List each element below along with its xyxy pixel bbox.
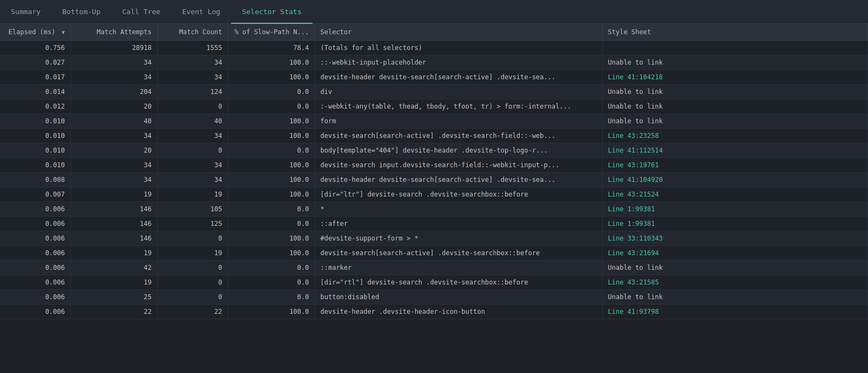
table-cell: 25 bbox=[71, 290, 157, 305]
table-cell: body[template="404"] devsite-header .dev… bbox=[315, 143, 602, 158]
col-attempts[interactable]: Match Attempts bbox=[71, 24, 157, 41]
table-cell-stylesheet[interactable]: Line 41:104218 bbox=[602, 70, 868, 85]
table-cell: 0.010 bbox=[0, 129, 71, 143]
table-cell: (Totals for all selectors) bbox=[315, 41, 602, 55]
table-cell: 0 bbox=[157, 261, 228, 275]
col-count-label: Match Count bbox=[179, 28, 222, 36]
table-cell: 0.010 bbox=[0, 158, 71, 173]
table-row[interactable]: 0.0061461050.0*Line 1:99381 bbox=[0, 202, 868, 217]
table-cell: 42 bbox=[71, 261, 157, 275]
table-row[interactable]: 0.0062500.0button:disabledUnable to link bbox=[0, 290, 868, 305]
table-cell: 146 bbox=[71, 202, 157, 217]
table-row[interactable]: 0.75628918155578.4(Totals for all select… bbox=[0, 41, 868, 55]
table-cell: devsite-header .devsite-header-icon-butt… bbox=[315, 305, 602, 319]
table-row[interactable]: 0.0103434100.0devsite-search input.devsi… bbox=[0, 158, 868, 173]
col-stylesheet-label: Style Sheet bbox=[608, 28, 651, 36]
stylesheet-link[interactable]: Line 41:104218 bbox=[608, 73, 663, 81]
table-cell-stylesheet[interactable]: Line 43:21524 bbox=[602, 187, 868, 202]
stylesheet-link[interactable]: Line 41:112514 bbox=[608, 147, 663, 154]
stylesheet-link[interactable]: Line 43:21585 bbox=[608, 279, 659, 286]
table-cell: 34 bbox=[157, 158, 228, 173]
table-cell: [dir="ltr"] devsite-search .devsite-sear… bbox=[315, 187, 602, 202]
stylesheet-link[interactable]: Line 43:21524 bbox=[608, 191, 659, 198]
table-row[interactable]: 0.0103434100.0devsite-search[search-acti… bbox=[0, 129, 868, 143]
table-cell: 0.0 bbox=[228, 202, 315, 217]
table-cell: devsite-search[search-active] .devsite-s… bbox=[315, 129, 602, 143]
col-stylesheet[interactable]: Style Sheet bbox=[602, 24, 868, 41]
table-cell-stylesheet[interactable]: Line 43:21585 bbox=[602, 275, 868, 290]
table-row[interactable]: 0.0061460100.0#devsite-support-form > *L… bbox=[0, 231, 868, 246]
tab-bar: SummaryBottom-UpCall TreeEvent LogSelect… bbox=[0, 0, 868, 24]
table-cell: 0 bbox=[157, 231, 228, 246]
table-cell-stylesheet[interactable]: Line 41:93798 bbox=[602, 305, 868, 319]
table-cell-stylesheet[interactable]: Line 1:99381 bbox=[602, 202, 868, 217]
table-cell: devsite-search[search-active] .devsite-s… bbox=[315, 246, 602, 261]
table-cell: ::after bbox=[315, 217, 602, 231]
col-selector[interactable]: Selector bbox=[315, 24, 602, 41]
table-row[interactable]: 0.0083434100.0devsite-header devsite-sea… bbox=[0, 173, 868, 187]
table-cell: 0.010 bbox=[0, 143, 71, 158]
table-row[interactable]: 0.0061461250.0::afterLine 1:99381 bbox=[0, 217, 868, 231]
table-cell-stylesheet[interactable]: Line 43:23258 bbox=[602, 129, 868, 143]
table-row[interactable]: 0.0122000.0:-webkit-any(table, thead, tb… bbox=[0, 99, 868, 114]
table-row[interactable]: 0.0173434100.0devsite-header devsite-sea… bbox=[0, 70, 868, 85]
table-row[interactable]: 0.0071919100.0[dir="ltr"] devsite-search… bbox=[0, 187, 868, 202]
table-cell: 100.0 bbox=[228, 231, 315, 246]
table-cell: 34 bbox=[71, 55, 157, 70]
table-cell: 34 bbox=[71, 129, 157, 143]
table-cell: 124 bbox=[157, 85, 228, 99]
table-cell: 20 bbox=[71, 99, 157, 114]
table-cell: 19 bbox=[157, 187, 228, 202]
table-cell: devsite-search input.devsite-search-fiel… bbox=[315, 158, 602, 173]
table-cell: 100.0 bbox=[228, 70, 315, 85]
table-cell: 19 bbox=[71, 246, 157, 261]
table-cell: 0.008 bbox=[0, 173, 71, 187]
table-cell-stylesheet[interactable]: Line 43:19761 bbox=[602, 158, 868, 173]
col-count[interactable]: Match Count bbox=[157, 24, 228, 41]
col-slowpath[interactable]: % of Slow-Path N... bbox=[228, 24, 315, 41]
stylesheet-link[interactable]: Line 1:99381 bbox=[608, 220, 655, 227]
table-cell-stylesheet[interactable]: Line 33:110343 bbox=[602, 231, 868, 246]
table-cell: 19 bbox=[71, 187, 157, 202]
tab-selector-stats[interactable]: Selector Stats bbox=[231, 1, 312, 24]
table-row[interactable]: 0.0104040100.0formUnable to link bbox=[0, 114, 868, 129]
table-row[interactable]: 0.0061919100.0devsite-search[search-acti… bbox=[0, 246, 868, 261]
table-cell: 125 bbox=[157, 217, 228, 231]
table-cell-stylesheet: Unable to link bbox=[602, 114, 868, 129]
table-row[interactable]: 0.0062222100.0devsite-header .devsite-he… bbox=[0, 305, 868, 319]
stylesheet-link[interactable]: Line 43:21694 bbox=[608, 249, 659, 257]
tab-event-log[interactable]: Event Log bbox=[171, 1, 231, 24]
stylesheet-link[interactable]: Line 43:23258 bbox=[608, 132, 659, 140]
table-row[interactable]: 0.0102000.0body[template="404"] devsite-… bbox=[0, 143, 868, 158]
table-cell-stylesheet[interactable]: Line 41:104920 bbox=[602, 173, 868, 187]
table-cell: 0 bbox=[157, 290, 228, 305]
table-cell-stylesheet[interactable]: Line 41:112514 bbox=[602, 143, 868, 158]
table-cell: 0.006 bbox=[0, 217, 71, 231]
table-cell: 100.0 bbox=[228, 187, 315, 202]
col-elapsed[interactable]: Elapsed (ms) ▼ bbox=[0, 24, 71, 41]
table-row[interactable]: 0.0064200.0::markerUnable to link bbox=[0, 261, 868, 275]
table-cell: 0.006 bbox=[0, 202, 71, 217]
table-cell: 0.0 bbox=[228, 99, 315, 114]
table-cell: 19 bbox=[71, 275, 157, 290]
stylesheet-link[interactable]: Line 1:99381 bbox=[608, 205, 655, 213]
table-cell-stylesheet[interactable]: Line 1:99381 bbox=[602, 217, 868, 231]
table-cell: 100.0 bbox=[228, 158, 315, 173]
table-cell: 40 bbox=[157, 114, 228, 129]
table-container[interactable]: Elapsed (ms) ▼ Match Attempts Match Coun… bbox=[0, 24, 868, 373]
tab-call-tree[interactable]: Call Tree bbox=[111, 1, 171, 24]
stylesheet-link[interactable]: Line 33:110343 bbox=[608, 235, 663, 242]
tab-bottom-up[interactable]: Bottom-Up bbox=[52, 1, 111, 24]
table-cell-stylesheet: Unable to link bbox=[602, 290, 868, 305]
table-cell-stylesheet: Unable to link bbox=[602, 85, 868, 99]
table-cell-stylesheet[interactable]: Line 43:21694 bbox=[602, 246, 868, 261]
table-row[interactable]: 0.0142041240.0divUnable to link bbox=[0, 85, 868, 99]
table-cell: 0.0 bbox=[228, 290, 315, 305]
stylesheet-link[interactable]: Line 41:104920 bbox=[608, 176, 663, 184]
table-row[interactable]: 0.0273434100.0::-webkit-input-placeholde… bbox=[0, 55, 868, 70]
stylesheet-link[interactable]: Line 43:19761 bbox=[608, 161, 659, 169]
tab-summary[interactable]: Summary bbox=[0, 1, 52, 24]
table-cell: 34 bbox=[71, 173, 157, 187]
stylesheet-link[interactable]: Line 41:93798 bbox=[608, 308, 659, 315]
table-row[interactable]: 0.0061900.0[dir="rtl"] devsite-search .d… bbox=[0, 275, 868, 290]
